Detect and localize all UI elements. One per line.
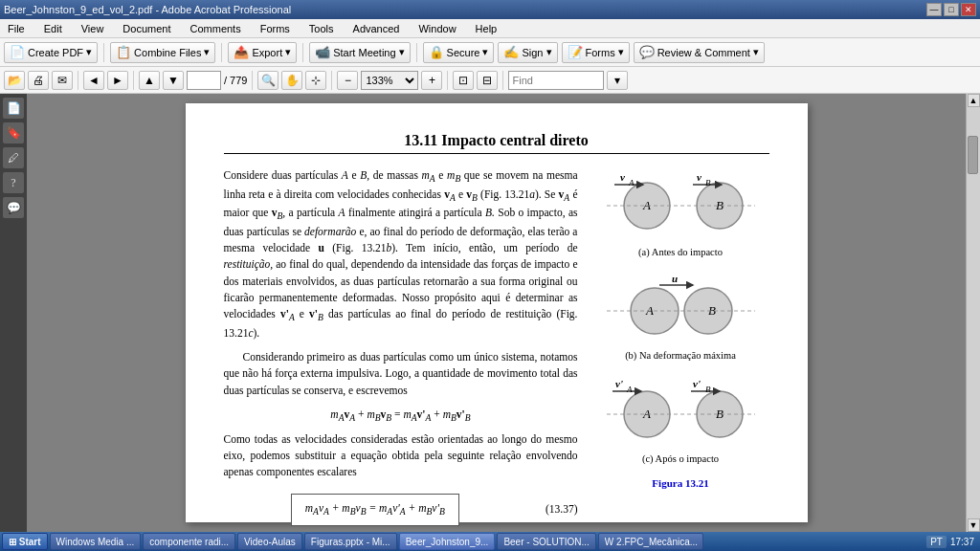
nav-prev-page-button[interactable]: ▲: [139, 71, 160, 90]
zoom-out-button[interactable]: −: [337, 71, 358, 90]
svg-text:B: B: [716, 407, 724, 421]
maximize-button[interactable]: □: [944, 3, 959, 16]
start-button[interactable]: ⊞ Start: [2, 533, 48, 550]
svg-text:v: v: [620, 171, 625, 183]
secure-icon: 🔒: [429, 45, 444, 59]
equation-2-box: mAvA + mBvB = mAv'A + mBv'B: [291, 494, 459, 526]
titlebar-controls: — □ ✕: [926, 3, 976, 16]
sidebar-signatures-icon[interactable]: 🖊: [3, 147, 24, 168]
dropdown-arrow-icon: ▾: [86, 46, 92, 58]
combine-files-button[interactable]: 📋 Combine Files ▾: [110, 42, 215, 63]
taskbar-item-media[interactable]: Windows Media ...: [50, 533, 142, 550]
forms-icon: 📝: [568, 45, 583, 59]
meeting-icon: 📹: [315, 45, 330, 59]
titlebar: Beer_Johnston_9_ed_vol_2.pdf - Adobe Acr…: [0, 0, 980, 19]
fit-page-button[interactable]: ⊡: [453, 71, 474, 90]
menu-item-view[interactable]: View: [78, 21, 108, 36]
find-input[interactable]: [508, 71, 604, 90]
menu-item-edit[interactable]: Edit: [40, 21, 66, 36]
start-meeting-button[interactable]: 📹 Start Meeting ▾: [309, 42, 410, 63]
svg-text:A: A: [642, 407, 651, 421]
clock: 17:37: [950, 537, 974, 547]
nav-back-button[interactable]: ◄: [83, 71, 104, 90]
dropdown-arrow-icon5: ▾: [482, 46, 488, 58]
figure-c-caption: (c) Após o impacto: [592, 453, 769, 464]
page-total-label: / 779: [224, 75, 247, 86]
scroll-down-button[interactable]: ▼: [968, 518, 980, 532]
pdf-page: 13.11 Impacto central direto Considere d…: [186, 103, 808, 522]
sign-button[interactable]: ✍ Sign ▾: [498, 42, 557, 63]
nav-sep2: [133, 71, 134, 90]
sidebar-pages-icon[interactable]: 📄: [3, 98, 24, 119]
nav-sep6: [502, 71, 503, 90]
close-button[interactable]: ✕: [961, 3, 976, 16]
zoom-cursor-button[interactable]: 🔍: [257, 71, 278, 90]
menu-item-file[interactable]: File: [4, 21, 29, 36]
language-button[interactable]: PT: [926, 536, 947, 548]
pdf-figures-column: A B v A v B: [592, 167, 769, 532]
svg-text:B: B: [705, 178, 711, 187]
svg-text:v': v': [615, 378, 623, 389]
taskbar-item-beer-sol[interactable]: Beer - SOLUTION...: [497, 533, 595, 550]
nav-next-page-button[interactable]: ▼: [163, 71, 184, 90]
sidebar-bookmarks-icon[interactable]: 🔖: [3, 122, 24, 143]
nav-print-button[interactable]: 🖨: [28, 71, 49, 90]
nav-open-button[interactable]: 📂: [4, 71, 25, 90]
separator3: [302, 43, 303, 62]
page-number-input[interactable]: 244: [187, 71, 221, 90]
create-pdf-button[interactable]: 📄 Create PDF ▾: [4, 42, 98, 63]
export-button[interactable]: 📤 Export ▾: [228, 42, 297, 63]
figure-a-svg: A B v A v B: [597, 167, 765, 244]
dropdown-arrow-icon4: ▾: [399, 46, 405, 58]
zoom-in-button[interactable]: +: [421, 71, 442, 90]
minimize-button[interactable]: —: [926, 3, 942, 16]
menu-item-help[interactable]: Help: [472, 21, 501, 36]
equation-number: (13.37): [546, 501, 578, 518]
pdf-text-column: Considere duas partículas A e B, de mass…: [224, 167, 578, 532]
taskbar-item-componente[interactable]: componente radi...: [143, 533, 235, 550]
svg-text:A: A: [626, 385, 633, 394]
right-scrollbar: ▲ ▼: [966, 94, 980, 532]
forms-button[interactable]: 📝 Forms ▾: [562, 42, 630, 63]
taskbar-item-figuras[interactable]: Figuras.pptx - Mi...: [304, 533, 397, 550]
dropdown-arrow-icon8: ▾: [753, 46, 759, 58]
nav-sep1: [78, 71, 78, 90]
svg-text:u: u: [672, 273, 678, 284]
menu-item-document[interactable]: Document: [119, 21, 174, 36]
pdf-icon: 📄: [10, 45, 25, 59]
nav-email-button[interactable]: ✉: [52, 71, 73, 90]
pdf-area[interactable]: 13.11 Impacto central direto Considere d…: [27, 94, 966, 532]
separator: [103, 43, 104, 62]
secure-button[interactable]: 🔒 Secure ▾: [423, 42, 495, 63]
zoom-select[interactable]: 133% 100% 75% 50%: [361, 71, 418, 90]
taskbar-item-fpc[interactable]: W 2.FPC_Mecânica...: [598, 533, 703, 550]
pan-button[interactable]: ✋: [281, 71, 302, 90]
fit-width-button[interactable]: ⊟: [477, 71, 498, 90]
svg-text:A: A: [642, 198, 651, 212]
separator2: [221, 43, 222, 62]
find-dropdown-button[interactable]: ▾: [607, 71, 628, 90]
nav-forward-button[interactable]: ►: [107, 71, 128, 90]
scroll-thumb[interactable]: [968, 136, 978, 174]
menu-item-window[interactable]: Window: [414, 21, 459, 36]
combine-icon: 📋: [116, 45, 131, 59]
sidebar-comments-icon[interactable]: 💬: [3, 197, 24, 218]
titlebar-title: Beer_Johnston_9_ed_vol_2.pdf - Adobe Acr…: [4, 4, 291, 15]
figure-b-container: A B u: [592, 271, 769, 361]
dropdown-arrow-icon2: ▾: [204, 46, 210, 58]
separator4: [416, 43, 417, 62]
sidebar-help-icon[interactable]: ?: [3, 172, 24, 193]
menu-item-forms[interactable]: Forms: [256, 21, 294, 36]
menu-item-comments[interactable]: Comments: [187, 21, 245, 36]
scroll-up-button[interactable]: ▲: [968, 94, 980, 107]
taskbar-item-beer-pdf[interactable]: Beer_Johnston_9...: [399, 533, 496, 550]
figura-label: Figura 13.21: [592, 477, 769, 489]
export-icon: 📤: [234, 45, 249, 59]
review-comment-button[interactable]: 💬 Review & Comment ▾: [634, 42, 765, 63]
menu-item-advanced[interactable]: Advanced: [349, 21, 404, 36]
figure-b-caption: (b) Na deformação máxima: [592, 350, 769, 361]
taskbar-item-video[interactable]: Video-Aulas: [237, 533, 302, 550]
scroll-track[interactable]: [967, 107, 980, 518]
select-button[interactable]: ⊹: [305, 71, 326, 90]
menu-item-tools[interactable]: Tools: [305, 21, 338, 36]
